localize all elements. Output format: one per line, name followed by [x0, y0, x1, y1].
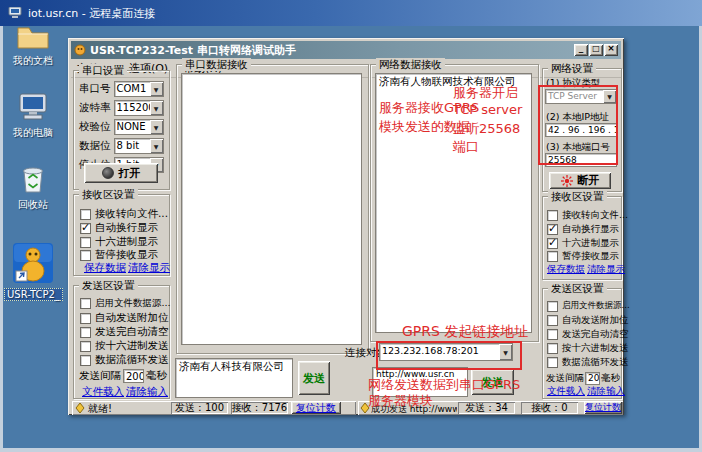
group-title: 网络设置 [548, 62, 596, 75]
group-title: 接收区设置 [548, 190, 607, 203]
close-button[interactable] [604, 44, 618, 56]
checkbox-row[interactable]: 接收转向文件... [80, 207, 168, 221]
desktop-icon-my-documents[interactable]: 我的文档 [4, 22, 62, 68]
checkbox[interactable] [547, 224, 558, 235]
save-data-link[interactable]: 保存数据 [547, 263, 585, 276]
checkbox[interactable] [80, 313, 91, 324]
reset-count-button[interactable]: 复位计数 [584, 401, 622, 414]
checkbox-row[interactable]: 自动发送附加位 [547, 314, 629, 327]
clear-input-link[interactable]: 清除输入 [587, 385, 625, 398]
checkbox[interactable] [80, 223, 91, 234]
baud-rate-select[interactable]: 115200 [114, 100, 164, 116]
checkbox-row[interactable]: 接收转向文件... [547, 209, 628, 222]
computer-icon [16, 92, 50, 122]
app-title-text: USR-TCP232-Test 串口转网络调试助手 [90, 43, 296, 58]
received-counter: 接收：0 [521, 402, 578, 414]
serial-port-label: 串口号 [79, 82, 111, 96]
maximize-button[interactable] [589, 44, 603, 56]
save-data-link[interactable]: 保存数据 [84, 261, 126, 275]
serial-send-input[interactable]: 济南有人科技有限公司 [175, 358, 293, 398]
desktop-icon-label: USR-TCP2_ [4, 288, 63, 301]
serial-receive-group: 串口数据接收 [176, 64, 369, 354]
interval-input[interactable]: 2000 [123, 369, 144, 383]
clear-display-link[interactable]: 清除显示 [128, 261, 170, 275]
checkbox[interactable] [547, 315, 558, 326]
reset-count-button[interactable]: 复位计数 [291, 401, 341, 414]
recycle-bin-icon [18, 162, 48, 194]
data-bits-select[interactable]: 8 bit [114, 138, 164, 154]
checkbox[interactable] [80, 250, 91, 261]
checkbox-row[interactable]: 自动发送附加位 [80, 311, 169, 325]
received-counter: 接收：7176 [231, 402, 288, 414]
checkbox[interactable] [547, 301, 558, 312]
annotation-server-open-line4: 端口 [453, 138, 479, 156]
checkbox[interactable] [80, 237, 91, 248]
checkbox[interactable] [80, 327, 91, 338]
checkbox[interactable] [80, 341, 91, 352]
chevron-down-icon[interactable] [150, 101, 163, 115]
serial-settings-group: 串口设置 串口号 COM1 波特率 115200 校验位 NONE [73, 70, 170, 190]
checkbox[interactable] [80, 209, 91, 220]
checkbox-row[interactable]: 按十六进制发送 [80, 339, 169, 353]
group-title: 发送区设置 [79, 279, 138, 292]
sent-counter: 发送：100 [171, 402, 228, 414]
clear-input-link[interactable]: 清除输入 [126, 385, 168, 399]
send-settings-left-group: 发送区设置 启用文件数据源... 自动发送附加位 发送完自动清空 按十六进制发送… [73, 285, 170, 399]
checkbox-row[interactable]: 自动换行显示 [80, 221, 158, 235]
checkbox[interactable] [547, 357, 558, 368]
minimize-button[interactable] [574, 44, 588, 56]
serial-receive-textarea[interactable] [181, 73, 362, 345]
clear-display-link[interactable]: 清除显示 [587, 263, 625, 276]
desktop-icon-label: 回收站 [16, 198, 50, 212]
serial-port-select[interactable]: COM1 [114, 81, 164, 97]
checkbox[interactable] [547, 251, 558, 262]
checkbox[interactable] [547, 343, 558, 354]
group-title: 发送区设置 [548, 282, 607, 295]
checkbox-row[interactable]: 发送完自动清空 [80, 325, 169, 339]
receive-settings-right-group: 接收区设置 接收转向文件... 自动换行显示 十六进制显示 暂停接收显示 保存数… [542, 196, 622, 280]
checkbox-row[interactable]: 数据流循环发送 [547, 356, 629, 369]
checkbox-row[interactable]: 数据流循环发送 [80, 353, 169, 367]
chevron-down-icon[interactable] [150, 82, 163, 96]
interval-input[interactable]: 2000 [585, 372, 600, 385]
send-settings-right-group: 发送区设置 启用文件数据源... 自动发送附加位 发送完自动清空 按十六进制发送… [542, 288, 622, 399]
load-file-link[interactable]: 文件载入 [82, 385, 124, 399]
checkbox[interactable] [80, 355, 91, 366]
checkbox-row[interactable]: 暂停接收显示 [80, 248, 158, 262]
desktop-icon-recycle-bin[interactable]: 回收站 [4, 162, 62, 212]
checkbox-row[interactable]: 自动换行显示 [547, 223, 619, 236]
disconnect-button[interactable]: 断开 [549, 172, 611, 189]
receive-settings-left-group: 接收区设置 接收转向文件... 自动换行显示 十六进制显示 暂停接收显示 保存数… [73, 194, 170, 276]
status-icon [75, 403, 85, 413]
checkbox-row[interactable]: 暂停接收显示 [547, 250, 619, 263]
checkbox-row[interactable]: 十六进制显示 [547, 237, 619, 250]
annotation-highlight-connect-target [376, 341, 522, 370]
checkbox[interactable] [80, 298, 91, 309]
desktop-icon-label: 我的电脑 [11, 126, 55, 140]
checkbox-row[interactable]: 发送完自动清空 [547, 328, 629, 341]
chevron-down-icon[interactable] [150, 139, 163, 153]
checkbox[interactable] [547, 238, 558, 249]
interval-unit: 毫秒 [146, 369, 167, 383]
interval-label: 发送间隔 [546, 372, 584, 385]
checkbox[interactable] [547, 210, 558, 221]
load-file-link[interactable]: 文件载入 [547, 385, 585, 398]
annotation-network-send-line2: 服务器模块 [368, 392, 433, 410]
desktop-icon-usr-tcp232[interactable]: USR-TCP2_ [4, 242, 62, 301]
remote-desktop-titlebar: iot.usr.cn - 远程桌面连接 [0, 0, 702, 26]
annotation-gprs-link-address: GPRS 发起链接地址 [402, 323, 528, 341]
checkbox-row[interactable]: 启用文件数据源... [547, 300, 630, 312]
serial-send-button[interactable]: 发送 [298, 361, 330, 395]
remote-desktop-title: iot.usr.cn - 远程桌面连接 [28, 6, 155, 21]
checkbox-row[interactable]: 按十六进制发送 [547, 342, 629, 355]
chevron-down-icon[interactable] [150, 120, 163, 134]
checkbox-row[interactable]: 十六进制显示 [80, 235, 158, 249]
group-title: 接收区设置 [79, 188, 138, 201]
desktop-icon-my-computer[interactable]: 我的电脑 [4, 92, 62, 140]
checkbox[interactable] [547, 329, 558, 340]
parity-select[interactable]: NONE [114, 119, 164, 135]
app-titlebar[interactable]: USR-TCP232-Test 串口转网络调试助手 [71, 41, 621, 59]
open-serial-button[interactable]: 打开 [84, 163, 158, 183]
annotation-highlight-network-settings [538, 85, 618, 165]
checkbox-row[interactable]: 启用文件数据源... [80, 297, 171, 310]
